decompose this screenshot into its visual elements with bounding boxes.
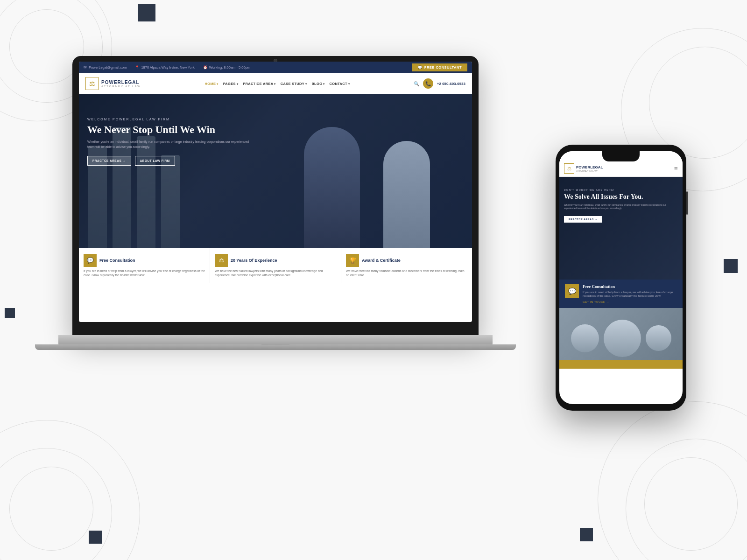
award-icon-box: 🏆	[346, 254, 359, 267]
phone-practice-areas-button[interactable]: PRACTCE AREAS →	[564, 216, 602, 223]
chevron-icon	[323, 82, 324, 86]
laptop-menu: HOME PAGES PRACTICE AREA CASE STUDY BLOG…	[205, 82, 350, 86]
consultation-icon-box: 💬	[84, 254, 97, 267]
laptop-hero: WELCOME POWERLEGAL LAW FIRM We Never Sto…	[79, 94, 472, 248]
phone-logo: ⚖ POWERLEGAL ATTORNEY AT LAW	[564, 163, 603, 174]
hero-people	[285, 108, 444, 248]
phone-person-2	[604, 320, 641, 357]
nav-right: 🔍 📞 +2 650-603-0533	[414, 78, 465, 89]
feature-award: 🏆 Award & Certificate We have received m…	[341, 248, 472, 283]
about-law-firm-button[interactable]: ABOUT LAW FIRM	[135, 156, 175, 166]
laptop-topbar: ✉ PowerLegal@gmail.com 📍 1870 Alpaca Way…	[79, 62, 472, 73]
topbar-address: 📍 1870 Alpaca Way Irvine, New York	[135, 65, 194, 70]
phone-gold-bar	[559, 360, 683, 369]
topbar-left: ✉ PowerLegal@gmail.com 📍 1870 Alpaca Way…	[84, 65, 250, 70]
phone-feature-card: 💬 Free Consultation If you are in need o…	[559, 280, 683, 308]
accent-square-4	[724, 259, 738, 273]
hero-buttons: PRACTCE AREAS → ABOUT LAW FIRM	[87, 156, 255, 166]
menu-item-pages[interactable]: PAGES	[223, 82, 239, 86]
phone-image-people	[559, 308, 683, 369]
phone-feature-text: Free Consultation If you are in need of …	[583, 284, 677, 303]
hamburger-menu-icon[interactable]: ≡	[674, 165, 678, 172]
laptop-navbar: ⚖ POWERLEGAL ATTORNEY AT LAW HOME PAGES …	[79, 73, 472, 94]
laptop-foot	[35, 344, 516, 350]
chat-icon-small: 💬	[418, 65, 423, 70]
accent-square-1	[138, 4, 155, 21]
phone-bottom-image	[559, 308, 683, 369]
chevron-icon	[348, 82, 350, 86]
menu-item-blog[interactable]: BLOG	[311, 82, 324, 86]
accent-square-3	[5, 308, 15, 318]
chevron-icon	[217, 82, 218, 86]
phone-logo-icon: ⚖	[564, 163, 574, 174]
laptop-frame: ✉ PowerLegal@gmail.com 📍 1870 Alpaca Way…	[72, 56, 479, 336]
search-icon[interactable]: 🔍	[414, 81, 419, 86]
person-silhouette-2	[383, 141, 430, 248]
accent-square-2	[89, 531, 102, 544]
feature-header: 💬 Free Consultation	[84, 254, 205, 267]
phone-side-button	[686, 191, 688, 215]
phone-screen: ⚖ POWERLEGAL ATTORNEY AT LAW ≡ DON'T WOR…	[559, 151, 683, 404]
feature-experience: ⚖ 20 Years Of Experience We have the bes…	[210, 248, 341, 283]
phone-button[interactable]: 📞	[423, 78, 433, 89]
laptop-features: 💬 Free Consultation If you are in need o…	[79, 248, 472, 283]
envelope-icon: ✉	[84, 65, 87, 70]
phone-logo-text: POWERLEGAL ATTORNEY AT LAW	[576, 165, 603, 172]
topbar-email: ✉ PowerLegal@gmail.com	[84, 65, 127, 70]
clock-icon: ⏰	[203, 65, 207, 70]
phone-hero: DON'T WORRY WE ARE HERE! We Solve All Is…	[559, 177, 683, 280]
phone-feature-icon: 💬	[565, 284, 579, 298]
phone-notch	[602, 151, 640, 161]
phone-hero-content: DON'T WORRY WE ARE HERE! We Solve All Is…	[564, 189, 678, 223]
laptop-logo: ⚖ POWERLEGAL ATTORNEY AT LAW	[85, 77, 141, 90]
phone-person-1	[571, 324, 599, 352]
experience-icon-box: ⚖	[215, 254, 228, 267]
pin-icon: 📍	[135, 65, 139, 70]
chevron-icon	[274, 82, 275, 86]
chevron-icon	[237, 82, 238, 86]
chevron-icon	[305, 82, 307, 86]
menu-item-practice[interactable]: PRACTICE AREA	[243, 82, 276, 86]
feature-header: ⚖ 20 Years Of Experience	[215, 254, 336, 267]
accent-square-5	[580, 528, 593, 541]
column-4	[161, 155, 180, 248]
hero-content: WELCOME POWERLEGAL LAW FIRM We Never Sto…	[87, 118, 255, 166]
phone-mockup: ⚖ POWERLEGAL ATTORNEY AT LAW ≡ DON'T WOR…	[556, 145, 686, 411]
free-consultant-button[interactable]: 💬 FREE CONSULTANT	[412, 63, 467, 71]
laptop-mockup: ✉ PowerLegal@gmail.com 📍 1870 Alpaca Way…	[72, 56, 479, 420]
practice-areas-button[interactable]: PRACTCE AREAS →	[87, 156, 131, 166]
menu-item-home[interactable]: HOME	[205, 82, 218, 86]
menu-item-case[interactable]: CASE STUDY	[281, 82, 307, 86]
topbar-hours: ⏰ Working: 8:00am - 5:00pm	[203, 65, 250, 70]
feature-header: 🏆 Award & Certificate	[346, 254, 467, 267]
menu-item-contact[interactable]: CONTACT	[330, 82, 350, 86]
laptop-screen: ✉ PowerLegal@gmail.com 📍 1870 Alpaca Way…	[79, 62, 472, 322]
feature-consultation: 💬 Free Consultation If you are in need o…	[79, 248, 210, 283]
person-silhouette-1	[304, 127, 360, 248]
phone-person-3	[646, 325, 671, 351]
logo-icon: ⚖	[85, 77, 99, 90]
logo-text: POWERLEGAL ATTORNEY AT LAW	[101, 80, 141, 88]
